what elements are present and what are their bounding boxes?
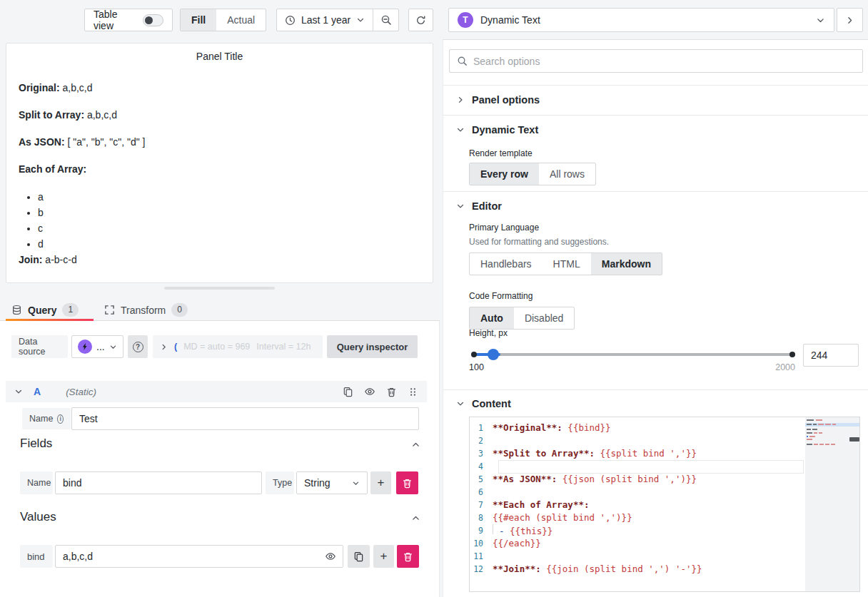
table-view-switch[interactable] <box>143 14 163 26</box>
tab-transform[interactable]: Transform 0 <box>104 299 188 321</box>
chevron-right-icon <box>456 96 465 104</box>
chevron-down-icon <box>352 479 360 487</box>
section-panel-options[interactable]: Panel options <box>443 85 868 115</box>
primary-language-label: Primary Language <box>469 223 539 233</box>
height-slider-handle[interactable] <box>488 349 499 360</box>
duplicate-query-icon[interactable] <box>343 387 353 397</box>
zoom-out-icon <box>380 14 392 26</box>
hide-response-eye-icon[interactable] <box>364 386 375 397</box>
chevron-down-icon <box>356 16 365 24</box>
code-line: 11 <box>470 550 859 563</box>
field-type-select[interactable]: String <box>296 471 368 494</box>
lightning-icon <box>81 342 89 351</box>
height-label: Height, px <box>469 328 508 338</box>
option-every-row[interactable]: Every row <box>470 163 539 185</box>
option-auto[interactable]: Auto <box>470 307 514 329</box>
tab-query[interactable]: Query 1 <box>11 299 79 321</box>
code-text: - {{this}} <box>493 524 552 537</box>
code-text: **Join**: {{join (split bind ',') '-'}} <box>493 563 702 576</box>
slider-max-dot <box>789 352 795 357</box>
datasource-help-button[interactable]: ? <box>128 335 148 358</box>
option-disabled[interactable]: Disabled <box>514 307 574 329</box>
add-value-button[interactable]: + <box>373 545 394 568</box>
field-name-input[interactable] <box>55 471 262 494</box>
search-icon <box>457 56 468 66</box>
datasource-picker[interactable]: ... <box>71 335 123 358</box>
slider-min-dot <box>471 352 477 357</box>
chevron-down-icon <box>456 399 465 408</box>
time-range-picker[interactable]: Last 1 year <box>276 9 399 31</box>
pane-resize-handle[interactable] <box>164 287 275 290</box>
name-label-text: Name <box>29 414 53 424</box>
remove-query-trash-icon[interactable] <box>386 387 397 397</box>
height-value-input[interactable] <box>803 344 859 367</box>
remove-field-button[interactable] <box>396 471 418 494</box>
editor-tabbar: Query 1 Transform 0 <box>0 299 440 321</box>
visualization-name: Dynamic Text <box>480 14 809 26</box>
option-all-rows[interactable]: All rows <box>539 163 595 185</box>
fields-heading: Fields <box>20 437 52 451</box>
query-inspector-button[interactable]: Query inspector <box>327 335 418 358</box>
section-editor[interactable]: Editor <box>443 191 868 221</box>
remove-value-button[interactable] <box>397 545 419 568</box>
render-template-segmented: Every rowAll rows <box>469 163 596 185</box>
option-actual[interactable]: Actual <box>216 9 266 31</box>
datasource-icon <box>78 340 92 354</box>
code-line: 9- {{this}} <box>470 524 859 537</box>
preview-eye-icon[interactable] <box>325 551 336 562</box>
add-field-button[interactable]: + <box>370 471 391 494</box>
clock-icon <box>285 15 296 26</box>
code-formatting-label: Code Formatting <box>469 291 533 301</box>
chevron-down-icon <box>14 387 23 396</box>
visualization-picker[interactable]: T Dynamic Text <box>448 8 834 32</box>
query-editor-pane: Data source ... ? ( MD = auto = 969 Inte… <box>0 321 440 597</box>
line-number: 10 <box>470 537 493 550</box>
field-type-label: Type <box>266 471 294 494</box>
line-number: 9 <box>470 524 493 537</box>
code-line: 6 <box>470 486 859 499</box>
panel-paragraph: Split to Array: a,b,c,d <box>19 108 421 123</box>
collapse-options-pane-button[interactable] <box>837 8 863 32</box>
section-dynamic-text-label: Dynamic Text <box>472 124 538 136</box>
tab-query-label: Query <box>28 305 56 316</box>
height-slider-track[interactable] <box>474 353 795 356</box>
tab-transform-label: Transform <box>121 305 166 316</box>
option-handlebars[interactable]: Handlebars <box>470 253 542 275</box>
panel-size-mode-segmented: FillActual <box>180 9 266 31</box>
content-code-editor[interactable]: 1**Original**: {{bind}}23**Split to Arra… <box>469 417 860 592</box>
copy-value-button[interactable] <box>348 545 370 568</box>
option-html[interactable]: HTML <box>542 253 591 275</box>
refresh-button[interactable] <box>408 9 433 31</box>
code-line: 8{{#each (split bind ',')}} <box>470 511 859 524</box>
minimap-mark <box>816 419 822 421</box>
value-input[interactable] <box>55 545 343 568</box>
options-search[interactable] <box>449 49 863 73</box>
primary-language-segmented: HandlebarsHTMLMarkdown <box>469 252 662 275</box>
panel-bullet-list: abcd <box>19 189 421 252</box>
option-fill[interactable]: Fill <box>181 9 216 31</box>
code-lines: 1**Original**: {{bind}}23**Split to Arra… <box>470 422 859 576</box>
query-options-collapsed[interactable]: ( MD = auto = 969 Interval = 12h <box>153 335 323 358</box>
question-circle-icon: ? <box>133 342 143 352</box>
copy-icon <box>353 551 364 562</box>
line-number: 7 <box>470 499 493 511</box>
section-panel-options-label: Panel options <box>472 94 540 106</box>
section-content[interactable]: Content <box>443 389 868 418</box>
table-view-toggle-button[interactable]: Table view <box>84 9 173 31</box>
options-search-input[interactable] <box>473 56 855 67</box>
datasource-label: Data source <box>11 335 68 358</box>
query-count-badge: 1 <box>62 303 79 317</box>
section-dynamic-text[interactable]: Dynamic Text <box>443 115 868 145</box>
query-name-input[interactable] <box>71 407 419 430</box>
query-row-header[interactable]: A (Static) <box>6 381 427 402</box>
code-line: 10{{/each}} <box>470 537 859 550</box>
collapse-values-icon[interactable] <box>411 514 420 523</box>
chevron-down-icon <box>816 16 825 25</box>
toggle-knob <box>145 16 153 24</box>
collapse-fields-icon[interactable] <box>411 440 420 449</box>
render-template-label: Render template <box>469 148 533 158</box>
drag-handle-icon[interactable] <box>408 387 418 397</box>
time-range-zoom-out-button[interactable] <box>373 9 398 31</box>
scrollbar-thumb[interactable] <box>849 437 859 442</box>
option-markdown[interactable]: Markdown <box>591 253 662 275</box>
